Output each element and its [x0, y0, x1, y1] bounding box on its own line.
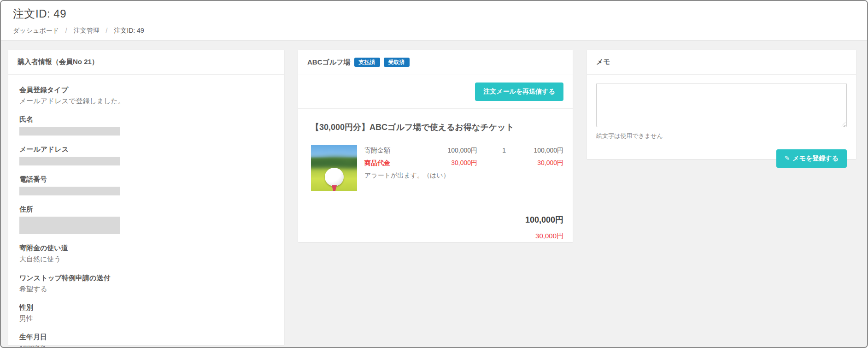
- field-value: 男性: [19, 314, 273, 323]
- field-value: 希望する: [19, 284, 273, 294]
- product-note: アラートが出ます。（はい）: [364, 171, 563, 180]
- resend-order-mail-button[interactable]: 注文メールを再送信する: [475, 83, 563, 101]
- page-header: 注文ID: 49 ダッシュボード / 注文管理 / 注文ID: 49: [1, 1, 867, 41]
- field-phone: 電話番号: [19, 175, 273, 195]
- resend-mail-row: 注文メールを再送信する: [298, 75, 573, 109]
- breadcrumb: ダッシュボード / 注文管理 / 注文ID: 49: [13, 27, 867, 35]
- field-gender: 性別 男性: [19, 303, 273, 323]
- totals-section: 100,000円 30,000円: [298, 203, 573, 250]
- field-label: 性別: [19, 303, 273, 312]
- breadcrumb-separator: /: [65, 27, 67, 34]
- breadcrumb-dashboard[interactable]: ダッシュボード: [13, 27, 59, 34]
- order-card: ABCゴルフ場 支払済 受取済 注文メールを再送信する 【30,000円分】AB…: [298, 50, 573, 242]
- field-label: 生年月日: [19, 333, 273, 342]
- purchaser-info-title: 購入者情報（会員No 21）: [8, 50, 284, 75]
- field-label: 住所: [19, 205, 273, 214]
- field-value: 大自然に使う: [19, 254, 273, 264]
- purchaser-info-body: 会員登録タイプ メールアドレスで登録しました。 氏名 メールアドレス 電話番号 …: [8, 75, 284, 348]
- content-area: 購入者情報（会員No 21） 会員登録タイプ メールアドレスで登録しました。 氏…: [1, 41, 867, 348]
- table-row-donation: 寄附金額 100,000円 1 100,000円: [364, 147, 563, 155]
- field-value: 1983/1/1: [19, 343, 273, 348]
- golf-image-ball: [325, 168, 344, 186]
- row-unit-price: 30,000円: [415, 159, 477, 167]
- redacted-value: [19, 187, 120, 195]
- item-price-table: 寄附金額 100,000円 1 100,000円 商品代金 30,000円 30…: [364, 145, 563, 191]
- redacted-value: [19, 127, 120, 136]
- memo-card: メモ 絵文字は使用できません ✎メモを登録する: [587, 50, 856, 159]
- memo-textarea[interactable]: [596, 83, 847, 127]
- shop-name: ABCゴルフ場: [307, 58, 351, 67]
- product-row: 寄附金額 100,000円 1 100,000円 商品代金 30,000円 30…: [311, 145, 563, 191]
- table-row-product-price: 商品代金 30,000円 30,000円: [364, 159, 563, 167]
- status-badge-received: 受取済: [384, 58, 410, 67]
- purchaser-info-card: 購入者情報（会員No 21） 会員登録タイプ メールアドレスで登録しました。 氏…: [8, 50, 284, 345]
- golf-image-tee: [332, 185, 337, 191]
- field-email: メールアドレス: [19, 145, 273, 165]
- row-label: 寄附金額: [364, 147, 415, 155]
- field-label: 電話番号: [19, 175, 273, 184]
- product-section: 【30,000円分】ABCゴルフ場で使えるお得なチケット 寄附金額 100,00…: [298, 109, 573, 203]
- row-label: 商品代金: [364, 159, 415, 167]
- field-label: 寄附金の使い道: [19, 244, 273, 253]
- redacted-value: [19, 217, 120, 234]
- field-birthdate: 生年月日 1983/1/1: [19, 333, 273, 348]
- field-value: メールアドレスで登録しました。: [19, 96, 273, 106]
- breadcrumb-separator: /: [106, 27, 108, 34]
- field-label: メールアドレス: [19, 145, 273, 154]
- memo-button-row: ✎メモを登録する: [596, 149, 847, 168]
- row-amount: 100,000円: [506, 147, 563, 155]
- status-badge-paid: 支払済: [354, 58, 380, 67]
- memo-card-title: メモ: [587, 50, 856, 75]
- order-detail-page: 注文ID: 49 ダッシュボード / 注文管理 / 注文ID: 49 購入者情報…: [0, 0, 868, 348]
- pencil-icon: ✎: [785, 154, 790, 162]
- memo-textarea-wrap: [596, 83, 847, 129]
- product-total: 30,000円: [307, 232, 563, 241]
- page-title: 注文ID: 49: [13, 6, 867, 21]
- redacted-value: [19, 157, 120, 165]
- golf-image-trees: [311, 156, 357, 169]
- field-label: 会員登録タイプ: [19, 86, 273, 94]
- memo-body: 絵文字は使用できません ✎メモを登録する: [587, 75, 856, 178]
- memo-helper-text: 絵文字は使用できません: [596, 132, 847, 140]
- field-name: 氏名: [19, 115, 273, 136]
- field-address: 住所: [19, 205, 273, 234]
- field-donation-use: 寄附金の使い道 大自然に使う: [19, 244, 273, 264]
- row-amount: 30,000円: [506, 159, 563, 167]
- order-card-header: ABCゴルフ場 支払済 受取済: [298, 50, 573, 75]
- field-label: ワンストップ特例申請の送付: [19, 274, 273, 283]
- register-memo-button[interactable]: ✎メモを登録する: [776, 149, 847, 168]
- row-quantity: 1: [477, 147, 506, 154]
- row-unit-price: 100,000円: [415, 147, 477, 155]
- breadcrumb-current-order: 注文ID: 49: [114, 27, 144, 34]
- breadcrumb-order-management[interactable]: 注文管理: [74, 27, 100, 34]
- field-onestop-application: ワンストップ特例申請の送付 希望する: [19, 274, 273, 294]
- product-title: 【30,000円分】ABCゴルフ場で使えるお得なチケット: [311, 122, 563, 133]
- field-label: 氏名: [19, 115, 273, 124]
- field-registration-type: 会員登録タイプ メールアドレスで登録しました。: [19, 86, 273, 106]
- product-image-golf-ball: [311, 145, 357, 191]
- register-memo-label: メモを登録する: [792, 154, 839, 162]
- donation-total: 100,000円: [307, 214, 563, 225]
